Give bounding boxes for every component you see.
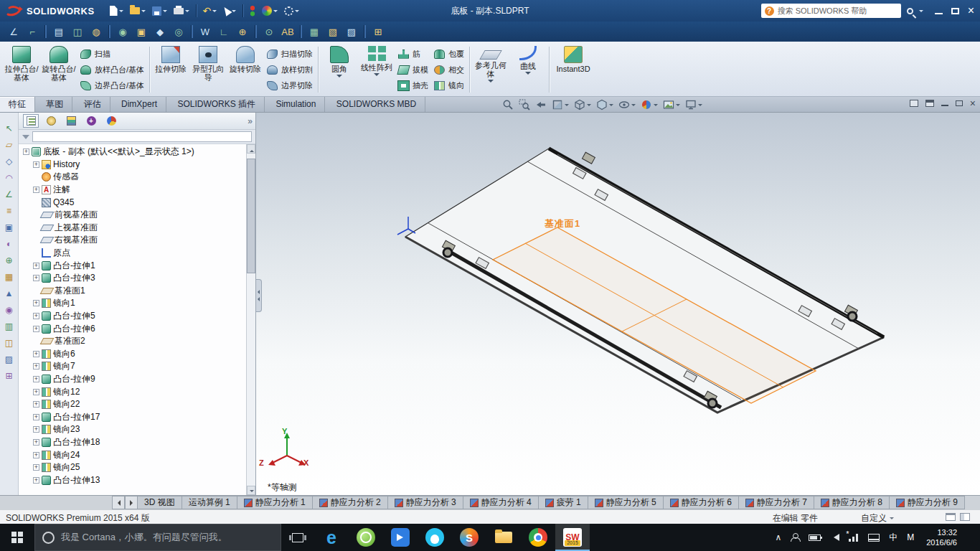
angle-icon[interactable]: ∠	[2, 189, 17, 200]
expander-icon[interactable]	[33, 275, 39, 281]
properties-icon[interactable]: ▣	[133, 24, 149, 39]
chevron-down-icon[interactable]	[336, 75, 342, 80]
maximize-button[interactable]	[951, 8, 959, 14]
pane-toggle-icon[interactable]	[946, 513, 956, 521]
tree-item[interactable]: 镜向22	[22, 398, 245, 411]
fillet-button[interactable]: 圆角	[321, 44, 358, 95]
ime-indicator[interactable]: M	[907, 532, 914, 542]
chevron-down-icon[interactable]	[565, 104, 569, 108]
close-button[interactable]: ×	[968, 6, 974, 16]
select-arrow-icon[interactable]: ↖	[2, 123, 17, 134]
snap-angle-icon[interactable]: ∠	[6, 24, 22, 39]
tree-item[interactable]: 凸台-拉伸3	[22, 272, 245, 285]
expander-icon[interactable]	[33, 263, 39, 269]
tree-item[interactable]: 镜向1	[22, 297, 245, 310]
document-minimize-button[interactable]	[941, 100, 948, 106]
revolve-boss-button[interactable]: 旋转凸台/基体	[40, 44, 77, 95]
expander-icon[interactable]	[23, 149, 29, 155]
command-tab[interactable]: SOLIDWORKS MBD	[328, 97, 425, 112]
expander-icon[interactable]	[33, 313, 39, 319]
linear-pattern-button[interactable]: 线性阵列	[358, 44, 395, 95]
gear-icon[interactable]: ◉	[115, 24, 131, 39]
study-tab[interactable]: 静应力分析 1	[237, 496, 313, 509]
cortana-search-box[interactable]: 我是 Cortana，小娜。有问题尽管问我。	[34, 524, 281, 551]
separator[interactable]	[44, 25, 47, 38]
tree-item[interactable]: Q345	[22, 196, 245, 209]
panel-expand-chevrons[interactable]: »	[248, 116, 251, 126]
instant3d-button[interactable]: Instant3D	[552, 44, 595, 95]
taskbar-clock[interactable]: 13:32 2016/6/6	[923, 527, 960, 547]
window-pin-icon[interactable]	[910, 100, 918, 107]
crosshair-icon[interactable]: ⊕	[235, 24, 250, 39]
expander-icon[interactable]	[33, 426, 39, 433]
chevron-down-icon[interactable]	[609, 104, 613, 108]
boundary-cut-button[interactable]: 边界切除	[267, 78, 313, 93]
search-input[interactable]: 搜索 SOLIDWORKS 帮助	[778, 6, 867, 17]
user-icon[interactable]	[791, 533, 799, 542]
command-tab[interactable]: DimXpert	[113, 97, 166, 112]
search-icon[interactable]	[907, 8, 913, 14]
scroll-up-button[interactable]	[247, 144, 255, 154]
zoom-lens-icon[interactable]: ⊙	[261, 24, 277, 39]
note-icon[interactable]: ▨	[344, 24, 359, 39]
chevron-down-icon[interactable]	[676, 104, 680, 108]
taskbar-solidworks-button[interactable]: SW2015	[555, 524, 590, 551]
tree-item[interactable]: 凸台-拉伸9	[22, 373, 245, 386]
tree-item[interactable]: 镜向7	[22, 360, 245, 373]
separator[interactable]	[300, 25, 302, 38]
chevron-down-icon[interactable]	[919, 10, 923, 14]
taskbar-qq-button[interactable]	[418, 524, 452, 551]
loft-cut-button[interactable]: 放样切割	[267, 62, 313, 77]
undo-button[interactable]: ↶	[201, 3, 220, 19]
taskbar-app-green-button[interactable]	[349, 524, 383, 551]
study-tab[interactable]: 疲劳 1	[539, 496, 588, 509]
taskbar-sogou-button[interactable]: S	[452, 524, 486, 551]
options-button[interactable]	[282, 3, 301, 19]
scroll-down-button[interactable]	[247, 486, 255, 495]
chevron-down-icon[interactable]	[654, 104, 658, 108]
study-tab[interactable]: 静应力分析 2	[313, 496, 388, 509]
command-tab[interactable]: Simulation	[267, 97, 325, 112]
tree-item[interactable]: 注解	[22, 184, 245, 197]
separator[interactable]	[108, 25, 110, 38]
section-view-button[interactable]	[552, 99, 569, 110]
arc-icon[interactable]: ◠	[2, 172, 17, 184]
axis-icon[interactable]: ⊕	[2, 255, 17, 266]
tree-filter-input[interactable]	[32, 131, 252, 142]
triangle-icon[interactable]: ▲	[2, 288, 17, 299]
tree-root-item[interactable]: 底板 - 副本 (默认<<默认>_显示状态 1>)	[22, 146, 245, 159]
window-layout-icon[interactable]	[925, 100, 934, 107]
tab-configuration-manager[interactable]	[63, 114, 79, 128]
expander-icon[interactable]	[33, 464, 39, 471]
chevron-down-icon[interactable]	[374, 73, 380, 79]
tree-item[interactable]: 凸台-拉伸5	[22, 310, 245, 323]
expander-icon[interactable]	[33, 326, 39, 332]
study-tab[interactable]: 静应力分析 3	[388, 496, 463, 509]
wrap-button[interactable]: 包覆	[434, 47, 464, 62]
grid-plus-icon[interactable]: ⊞	[2, 370, 17, 382]
tree-item[interactable]: 镜向24	[22, 448, 245, 461]
loft-button[interactable]: 放样凸台/基体	[80, 62, 144, 77]
appearance-icon[interactable]: ◉	[2, 304, 17, 316]
command-tab[interactable]: 评估	[75, 97, 110, 112]
section-icon[interactable]: ◐	[2, 238, 17, 250]
tab-scroll-left-button[interactable]	[112, 496, 125, 509]
study-tab[interactable]: 静应力分析 7	[739, 496, 814, 509]
sweep-cut-button[interactable]: 扫描切除	[267, 47, 313, 62]
graphics-viewport[interactable]: 基准面1 *等轴测 X Y Z	[256, 113, 980, 495]
command-tab[interactable]: 特征	[0, 97, 35, 112]
hatch-icon[interactable]: ▨	[2, 354, 17, 365]
scrollbar-thumb[interactable]	[247, 159, 255, 273]
web-icon[interactable]: ◍	[88, 24, 104, 39]
chevron-down-icon[interactable]	[587, 104, 591, 108]
table-icon[interactable]: ▦	[306, 24, 322, 39]
rebuild-button[interactable]	[248, 3, 258, 19]
equation-icon[interactable]: W	[197, 24, 213, 39]
measure-icon[interactable]: ∟	[216, 24, 232, 39]
customize-button[interactable]: 自定义	[861, 512, 894, 524]
mirror-button[interactable]: 镜向	[434, 78, 464, 93]
performance-icon[interactable]: ◫	[70, 24, 85, 39]
help-search-box[interactable]: ? 搜索 SOLIDWORKS 帮助	[761, 4, 901, 18]
rib-button[interactable]: 筋	[398, 47, 428, 62]
battery-icon[interactable]	[809, 534, 821, 541]
